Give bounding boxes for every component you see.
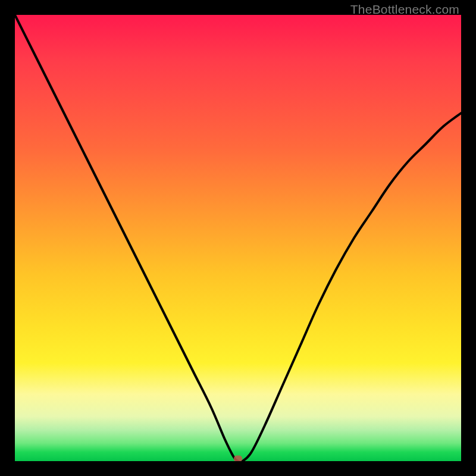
plot-area bbox=[15, 15, 461, 461]
optimal-marker bbox=[234, 456, 242, 462]
watermark-label: TheBottleneck.com bbox=[350, 2, 459, 17]
chart-frame: TheBottleneck.com bbox=[0, 0, 476, 476]
bottleneck-curve bbox=[15, 15, 461, 461]
